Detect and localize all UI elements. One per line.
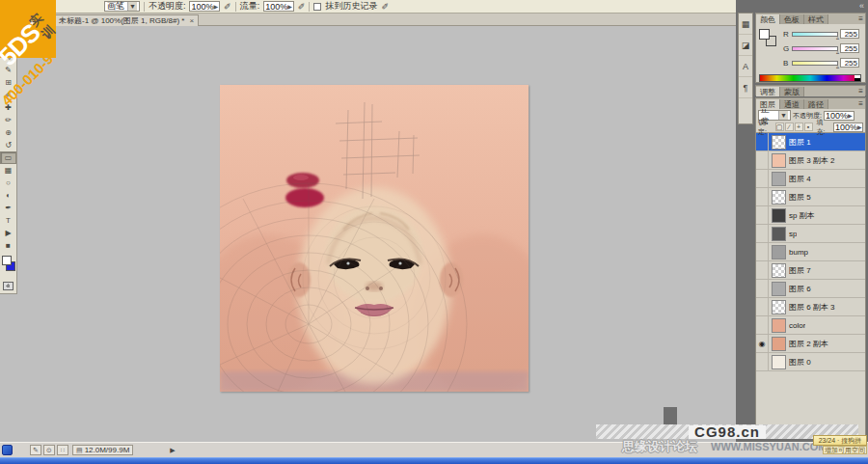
status-icon-2[interactable]: ⊙ [43,445,55,455]
visibility-eye-icon[interactable] [756,261,769,279]
status-icon-1[interactable]: ✎ [30,445,41,455]
channel-slider-g[interactable]: ▵ [792,46,838,51]
layer-row[interactable]: 图层 5 [756,188,865,206]
layer-thumbnail[interactable] [772,208,786,223]
layer-row[interactable]: 图层 1 [756,133,865,151]
panel-menu-icon[interactable]: ≡ [858,87,863,96]
tool-eraser-icon[interactable]: ▭ [0,151,16,164]
visibility-eye-icon[interactable] [756,170,769,187]
visibility-eye-icon[interactable] [756,188,769,205]
layer-thumbnail[interactable] [772,190,786,205]
visibility-eye-icon[interactable] [756,298,769,315]
ime-status-bar[interactable]: 23/24 · 搜狗拼 增加可用空间 [813,435,867,454]
canvas-image[interactable] [220,85,529,392]
paragraph-icon[interactable]: ¶ [739,77,752,98]
tool-path-select-icon[interactable]: ▶ [0,227,16,239]
adjust-panel-tab-1[interactable]: 调整 [756,87,780,96]
tool-history-brush-icon[interactable]: ↺ [0,139,16,151]
color-panel-tab-3[interactable]: 样式 [804,14,828,24]
color-panel-tab-1[interactable]: 颜色 [756,14,780,24]
foreground-color-swatch[interactable] [2,256,12,265]
adjust-panel-tab-2[interactable]: 蒙版 [780,87,804,96]
flow-input[interactable]: 100% ▶ [263,1,294,12]
visibility-eye-icon[interactable] [756,151,769,169]
layer-fill-input[interactable]: 100% ▶ [833,123,863,132]
layers-panel-tab-2[interactable]: 通道 [780,99,804,109]
channel-value[interactable]: 255 [840,29,859,39]
lock-icon-3[interactable]: + [795,123,803,131]
layer-row[interactable]: 图层 4 [756,170,865,188]
layer-thumbnail[interactable] [772,282,786,296]
layer-row[interactable]: 图层 0 [756,353,865,371]
channel-value[interactable]: 255 [840,58,859,68]
color-spectrum-ramp[interactable] [759,74,861,82]
tool-brush-icon[interactable]: ✏ [0,114,16,126]
status-blue-icon[interactable] [2,445,13,455]
layer-row[interactable]: color [756,316,865,335]
tool-dodge-icon[interactable]: ◐ [0,189,16,202]
airbrush-icon[interactable]: ✐ [298,2,306,12]
visibility-eye-icon[interactable] [756,280,769,297]
windows-taskbar-edge[interactable] [0,457,868,464]
layer-thumbnail[interactable] [772,337,786,351]
layer-thumbnail[interactable] [772,318,786,333]
layer-row[interactable]: sp [756,225,865,243]
erase-to-history-checkbox[interactable] [313,3,321,11]
layer-thumbnail[interactable] [772,172,786,186]
visibility-eye-icon[interactable] [756,353,769,370]
layer-thumbnail[interactable] [772,355,786,369]
layers-panel-tab-3[interactable]: 路径 [804,99,828,109]
foreground-background-swatches[interactable] [759,29,780,50]
layer-row[interactable]: bump [756,243,865,261]
visibility-eye-icon[interactable] [756,316,769,334]
tool-blur-icon[interactable]: ○ [0,177,16,189]
lock-icon-2[interactable]: ∕ [785,123,794,131]
slider-pointer-icon[interactable]: ▵ [836,34,839,41]
collapse-panels-icon[interactable]: « [859,1,864,11]
visibility-eye-icon[interactable] [756,243,769,260]
lock-icon-1[interactable]: ▢ [775,123,784,131]
layer-row[interactable]: 图层 6 副本 3 [756,298,865,316]
layer-thumbnail[interactable] [772,227,786,241]
visibility-eye-icon[interactable] [756,206,769,224]
navigator-icon[interactable]: ▦ [739,14,752,35]
airbrush-icon[interactable]: ✐ [224,2,231,12]
tool-clone-stamp-icon[interactable]: ⊕ [0,126,16,139]
visibility-eye-icon[interactable] [756,133,769,150]
visibility-eye-icon[interactable]: ◉ [756,335,769,352]
channel-slider-r[interactable]: ▵ [792,32,838,37]
close-icon[interactable]: × [189,16,194,25]
panel-menu-icon[interactable]: ≡ [858,14,863,23]
layer-row[interactable]: ◉图层 2 副本 [756,335,865,353]
brush-panel-toggle-icon[interactable]: ✐ [381,2,389,12]
layer-thumbnail[interactable] [772,263,786,278]
status-arrow-icon[interactable]: ▶ [170,447,175,454]
color-panel-tab-2[interactable]: 色板 [780,14,804,24]
tool-gradient-icon[interactable]: ▦ [0,164,16,177]
status-icon-3[interactable]: ∷ [57,445,68,455]
document-tab[interactable]: 未标题-1 @ 100%(图层 1, RGB/8#) * × [54,14,199,26]
layer-thumbnail[interactable] [772,135,786,150]
character-icon[interactable]: A [739,56,752,77]
layer-thumbnail[interactable] [772,300,786,314]
slider-pointer-icon[interactable]: ▵ [836,48,839,55]
tool-pen-icon[interactable]: ✒ [0,202,16,214]
foreground-color-swatch[interactable] [759,29,770,40]
histogram-icon[interactable]: ◪ [739,35,752,56]
channel-slider-b[interactable]: ▵ [792,61,838,66]
quick-mask-icon[interactable] [3,282,14,290]
layer-thumbnail[interactable] [772,245,786,259]
tool-shape-icon[interactable]: ■ [0,239,16,252]
visibility-eye-icon[interactable] [756,225,769,242]
layer-row[interactable]: 图层 6 [756,280,865,298]
channel-value[interactable]: 255 [840,43,859,53]
layers-panel-tab-1[interactable]: 图层 [756,99,780,109]
eraser-mode-dropdown[interactable]: 画笔 ▼ [104,1,140,12]
lock-icon-4[interactable]: ▪ [804,123,813,131]
panel-menu-icon[interactable]: ≡ [858,99,863,108]
tool-type-icon[interactable]: T [0,214,16,227]
layer-row[interactable]: 图层 7 [756,261,865,280]
layer-row[interactable]: sp 副本 [756,206,865,225]
layer-row[interactable]: 图层 3 副本 2 [756,151,865,170]
layer-thumbnail[interactable] [772,153,786,168]
